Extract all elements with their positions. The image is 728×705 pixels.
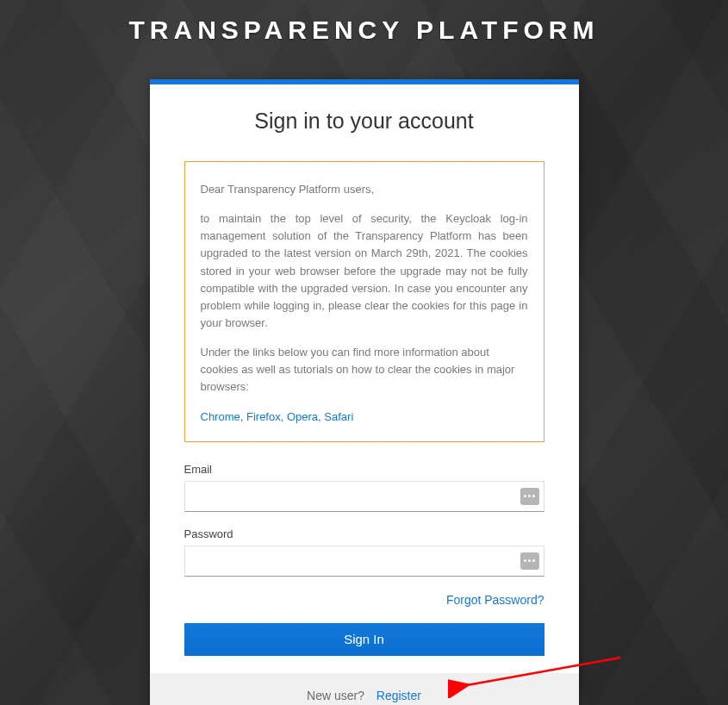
autofill-icon[interactable] xyxy=(520,552,539,570)
separator: , xyxy=(240,410,246,423)
autofill-icon[interactable] xyxy=(520,488,539,505)
notice-paragraph-1: to maintain the top level of security, t… xyxy=(201,210,528,332)
password-group: Password xyxy=(184,527,544,577)
card-heading: Sign in to your account xyxy=(184,109,544,134)
register-link[interactable]: Register xyxy=(376,689,421,702)
signin-card: Sign in to your account Dear Transparenc… xyxy=(150,79,579,705)
separator: , xyxy=(281,410,287,423)
email-label: Email xyxy=(184,463,544,476)
forgot-password-link[interactable]: Forgot Password? xyxy=(446,593,544,607)
forgot-password-row: Forgot Password? xyxy=(184,592,544,608)
password-input-wrap xyxy=(184,546,544,577)
card-body: Sign in to your account Dear Transparenc… xyxy=(150,84,579,673)
new-user-text: New user? xyxy=(307,689,364,702)
card-footer: New user? Register xyxy=(150,673,579,705)
page-title: TRANSPARENCY PLATFORM xyxy=(0,0,728,79)
link-safari[interactable]: Safari xyxy=(324,410,353,423)
email-field[interactable] xyxy=(184,481,544,512)
password-field[interactable] xyxy=(184,546,544,577)
email-input-wrap xyxy=(184,481,544,512)
signin-button[interactable]: Sign In xyxy=(184,623,544,656)
link-chrome[interactable]: Chrome xyxy=(201,410,240,423)
link-opera[interactable]: Opera xyxy=(287,410,318,423)
link-firefox[interactable]: Firefox xyxy=(246,410,281,423)
password-label: Password xyxy=(184,527,544,540)
email-group: Email xyxy=(184,463,544,512)
notice-greeting: Dear Transparency Platform users, xyxy=(201,181,528,198)
notice-paragraph-2: Under the links below you can find more … xyxy=(201,344,528,396)
notice-box: Dear Transparency Platform users, to mai… xyxy=(184,161,544,442)
notice-browser-links: Chrome, Firefox, Opera, Safari xyxy=(201,409,528,426)
